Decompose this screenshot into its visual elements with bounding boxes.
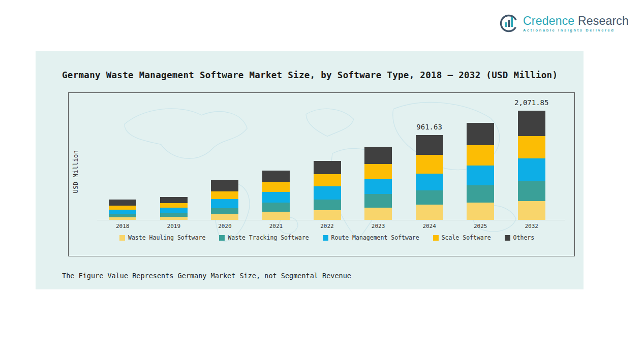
bar-column-2020: 2020	[199, 93, 251, 220]
legend-item: Waste Tracking Software	[219, 234, 309, 241]
bar-segment	[416, 174, 443, 190]
x-axis-tick-label: 2018	[116, 223, 130, 229]
bar-segment	[416, 155, 443, 174]
legend-swatch	[505, 235, 510, 241]
logo-tagline: Actionable Insights Delivered	[523, 28, 629, 32]
x-axis-tick-label: 2022	[320, 223, 334, 229]
bar-segment	[314, 161, 341, 174]
legend-item: Waste Hauling Software	[119, 234, 205, 241]
chart-legend: Waste Hauling SoftwareWaste Tracking Sof…	[119, 234, 534, 241]
bar-column-2025: 2025	[455, 93, 506, 220]
x-axis-tick-label: 2025	[474, 223, 487, 229]
bar-segment	[109, 210, 136, 214]
bar-segment	[314, 186, 341, 200]
x-axis-tick-label: 2019	[167, 223, 181, 229]
bar-value-label: 2,071.85	[514, 98, 548, 107]
plot-area: 201820192020202120222023961.63202420252,…	[97, 93, 557, 220]
chart-title: Germany Waste Management Software Market…	[62, 70, 558, 80]
bar-segment	[467, 123, 494, 145]
legend-label: Scale Software	[442, 234, 491, 241]
x-axis-tick-label: 2021	[269, 223, 283, 229]
stacked-bar-2032	[518, 111, 545, 220]
stacked-bar-2020	[211, 180, 238, 220]
logo-brand-secondary: Research	[578, 14, 629, 27]
logo-bar-chart-icon	[499, 13, 519, 34]
bar-segment	[518, 181, 545, 201]
bar-segment	[160, 203, 188, 208]
stacked-bar-2021	[262, 171, 290, 220]
bar-segment	[467, 185, 494, 203]
stacked-bar-2022	[314, 161, 341, 220]
bar-segment	[364, 194, 392, 208]
bar-value-label: 961.63	[416, 123, 442, 131]
x-axis-tick-label: 2020	[218, 223, 232, 229]
bar-segment	[518, 111, 545, 136]
bar-segment	[416, 190, 443, 205]
bar-segment	[467, 145, 494, 166]
bar-segment	[211, 199, 238, 208]
bar-segment	[262, 203, 290, 212]
logo-text: Credence Research Actionable Insights De…	[523, 15, 629, 32]
footnote: The Figure Value Represents Germany Mark…	[62, 272, 351, 280]
bar-column-2022: 2022	[301, 93, 353, 220]
bar-column-2018: 2018	[97, 93, 148, 220]
x-axis-tick-label: 2024	[422, 223, 436, 229]
legend-item: Route Management Software	[323, 234, 419, 241]
stacked-bar-2024	[416, 135, 443, 220]
stacked-bar-2023	[364, 147, 392, 220]
legend-swatch	[323, 235, 328, 241]
legend-swatch	[219, 235, 225, 241]
legend-label: Route Management Software	[331, 234, 419, 241]
legend-label: Others	[513, 234, 535, 241]
x-axis-line	[97, 220, 565, 220]
bar-segment	[314, 210, 341, 220]
bar-segment	[518, 158, 545, 181]
bar-segment	[211, 214, 238, 220]
bar-column-2024: 961.632024	[404, 93, 455, 220]
bar-segment	[364, 164, 392, 179]
bar-segment	[416, 205, 443, 220]
bar-segment	[518, 136, 545, 158]
legend-swatch	[433, 235, 439, 241]
chart-frame: USD Million 201820192020202120222023961.…	[68, 92, 575, 256]
bar-segment	[364, 208, 392, 220]
stacked-bar-2018	[109, 200, 136, 220]
bar-segment	[109, 200, 136, 206]
y-axis-label: USD Million	[72, 150, 79, 193]
legend-swatch	[119, 235, 125, 241]
x-axis-tick-label: 2032	[525, 223, 539, 229]
bar-segment	[160, 197, 188, 203]
stacked-bar-2025	[467, 123, 494, 220]
bar-segment	[467, 203, 494, 220]
bar-segment	[160, 213, 188, 217]
bar-segment	[160, 208, 188, 213]
bar-segment	[211, 208, 238, 214]
legend-label: Waste Tracking Software	[228, 234, 309, 241]
legend-item: Scale Software	[433, 234, 491, 241]
bar-column-2021: 2021	[251, 93, 302, 220]
bar-segment	[467, 166, 494, 185]
bar-segment	[314, 200, 341, 210]
chart-panel: Germany Waste Management Software Market…	[36, 51, 584, 289]
bar-segment	[314, 174, 341, 186]
bar-segment	[416, 135, 443, 155]
bar-column-2019: 2019	[148, 93, 200, 220]
legend-label: Waste Hauling Software	[128, 234, 205, 241]
bar-segment	[262, 182, 290, 192]
bar-segment	[211, 180, 238, 191]
bar-segment	[262, 192, 290, 203]
bar-segment	[211, 191, 238, 199]
bar-segment	[364, 147, 392, 164]
bar-segment	[262, 212, 290, 220]
bar-column-2023: 2023	[353, 93, 404, 220]
x-axis-tick-label: 2023	[372, 223, 385, 229]
stacked-bar-2019	[160, 197, 188, 220]
bar-segment	[518, 201, 545, 220]
credence-research-logo: Credence Research Actionable Insights De…	[499, 13, 629, 34]
bar-column-2032: 2,071.852032	[506, 93, 558, 220]
logo-brand-name: Credence Research	[523, 15, 629, 27]
logo-brand-primary: Credence	[523, 14, 574, 27]
legend-item: Others	[505, 234, 535, 241]
bar-segment	[364, 179, 392, 194]
bar-segment	[262, 171, 290, 182]
